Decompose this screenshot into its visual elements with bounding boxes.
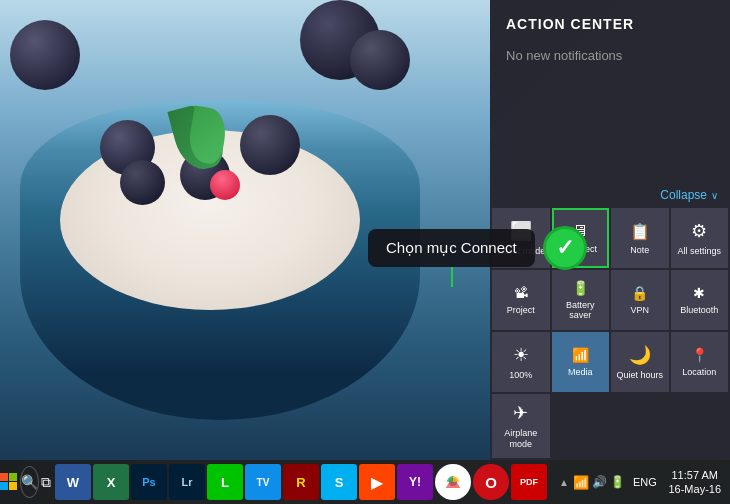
chrome-icon bbox=[443, 472, 463, 492]
callout-pointer bbox=[451, 267, 453, 287]
tray-icons-group: 📶 🔊 🔋 bbox=[573, 475, 625, 490]
bluetooth-icon: ✱ bbox=[693, 285, 705, 301]
search-icon: 🔍 bbox=[21, 474, 38, 490]
tile-vpn-label: VPN bbox=[630, 305, 649, 316]
no-notifications-text: No new notifications bbox=[490, 40, 730, 71]
location-icon: 📍 bbox=[691, 347, 708, 363]
tile-project-label: Project bbox=[507, 305, 535, 316]
vpn-icon: 🔒 bbox=[631, 285, 648, 301]
tile-quiet-hours[interactable]: 🌙 Quiet hours bbox=[611, 332, 669, 392]
tile-airplane-mode-label: Airplane mode bbox=[496, 428, 546, 450]
task-view-icon: ⧉ bbox=[41, 474, 51, 491]
tile-brightness[interactable]: ☀ 100% bbox=[492, 332, 550, 392]
clock-time: 11:57 AM bbox=[665, 468, 725, 482]
clock-date: 16-May-16 bbox=[665, 482, 725, 496]
callout-check-icon: ✓ bbox=[543, 226, 587, 270]
taskbar-app-excel[interactable]: X bbox=[93, 464, 129, 500]
tile-battery-saver-label: Battery saver bbox=[556, 300, 606, 322]
callout-annotation: Chọn mục Connect ✓ bbox=[368, 226, 587, 270]
collapse-button[interactable]: Collapse ∨ bbox=[490, 184, 730, 206]
start-button[interactable] bbox=[0, 460, 18, 504]
note-icon: 📋 bbox=[630, 222, 650, 241]
svg-rect-1 bbox=[9, 473, 17, 481]
tile-bluetooth-label: Bluetooth bbox=[680, 305, 718, 316]
tile-media-label: Media bbox=[568, 367, 593, 378]
tile-vpn[interactable]: 🔒 VPN bbox=[611, 270, 669, 330]
collapse-label: Collapse bbox=[660, 188, 707, 202]
tile-all-settings[interactable]: ⚙ All settings bbox=[671, 208, 729, 268]
brightness-icon: ☀ bbox=[513, 344, 529, 366]
action-center-title: ACTION CENTER bbox=[490, 0, 730, 40]
network-icon: 📶 bbox=[573, 475, 589, 490]
taskbar-app-skype[interactable]: S bbox=[321, 464, 357, 500]
svg-rect-0 bbox=[0, 473, 8, 481]
tile-note[interactable]: 📋 Note bbox=[611, 208, 669, 268]
tile-location-label: Location bbox=[682, 367, 716, 378]
svg-rect-3 bbox=[9, 482, 17, 490]
quiet-hours-icon: 🌙 bbox=[629, 344, 651, 366]
media-icon: 📶 bbox=[572, 347, 589, 363]
tile-battery-saver[interactable]: 🔋 Battery saver bbox=[552, 270, 610, 330]
battery-icon: 🔋 bbox=[610, 475, 625, 489]
language-indicator: ENG bbox=[633, 476, 657, 488]
chevron-down-icon: ∨ bbox=[711, 190, 718, 201]
taskbar-app-photoshop[interactable]: Ps bbox=[131, 464, 167, 500]
taskbar-app-line[interactable]: L bbox=[207, 464, 243, 500]
taskbar-app-arrow[interactable]: ▶ bbox=[359, 464, 395, 500]
airplane-mode-icon: ✈ bbox=[513, 402, 528, 424]
tile-note-label: Note bbox=[630, 245, 649, 256]
taskbar-app-chrome[interactable] bbox=[435, 464, 471, 500]
tile-project[interactable]: 📽 Project bbox=[492, 270, 550, 330]
tray-chevron-icon[interactable]: ▲ bbox=[559, 477, 569, 488]
taskbar-pinned-apps: W X Ps Lr L TV R S ▶ Y! O PDF bbox=[51, 464, 551, 500]
search-button[interactable]: 🔍 bbox=[20, 466, 39, 498]
callout-text: Chọn mục Connect bbox=[386, 239, 517, 256]
taskbar-app-winrar[interactable]: R bbox=[283, 464, 319, 500]
taskbar-app-opera[interactable]: O bbox=[473, 464, 509, 500]
callout-bubble: Chọn mục Connect bbox=[368, 229, 535, 267]
taskbar: 🔍 ⧉ W X Ps Lr L TV R S ▶ Y! O PDF ▲ bbox=[0, 460, 730, 504]
windows-logo-icon bbox=[0, 473, 18, 491]
all-settings-icon: ⚙ bbox=[691, 220, 707, 242]
task-view-button[interactable]: ⧉ bbox=[41, 464, 51, 500]
tile-location[interactable]: 📍 Location bbox=[671, 332, 729, 392]
battery-saver-icon: 🔋 bbox=[572, 280, 589, 296]
system-clock[interactable]: 11:57 AM 16-May-16 bbox=[665, 468, 725, 497]
taskbar-app-teamviewer[interactable]: TV bbox=[245, 464, 281, 500]
system-tray: ▲ 📶 🔊 🔋 ENG 11:57 AM 16-May-16 🗨 bbox=[551, 468, 730, 497]
project-icon: 📽 bbox=[514, 285, 528, 301]
tile-airplane-mode[interactable]: ✈ Airplane mode bbox=[492, 394, 550, 458]
tile-quiet-hours-label: Quiet hours bbox=[616, 370, 663, 381]
tile-brightness-label: 100% bbox=[509, 370, 532, 381]
volume-icon[interactable]: 🔊 bbox=[592, 475, 607, 489]
taskbar-app-yahoo[interactable]: Y! bbox=[397, 464, 433, 500]
taskbar-app-lightroom[interactable]: Lr bbox=[169, 464, 205, 500]
svg-rect-2 bbox=[0, 482, 8, 490]
taskbar-app-word[interactable]: W bbox=[55, 464, 91, 500]
taskbar-app-pdf[interactable]: PDF bbox=[511, 464, 547, 500]
tile-all-settings-label: All settings bbox=[677, 246, 721, 257]
tile-media[interactable]: 📶 Media bbox=[552, 332, 610, 392]
tile-bluetooth[interactable]: ✱ Bluetooth bbox=[671, 270, 729, 330]
